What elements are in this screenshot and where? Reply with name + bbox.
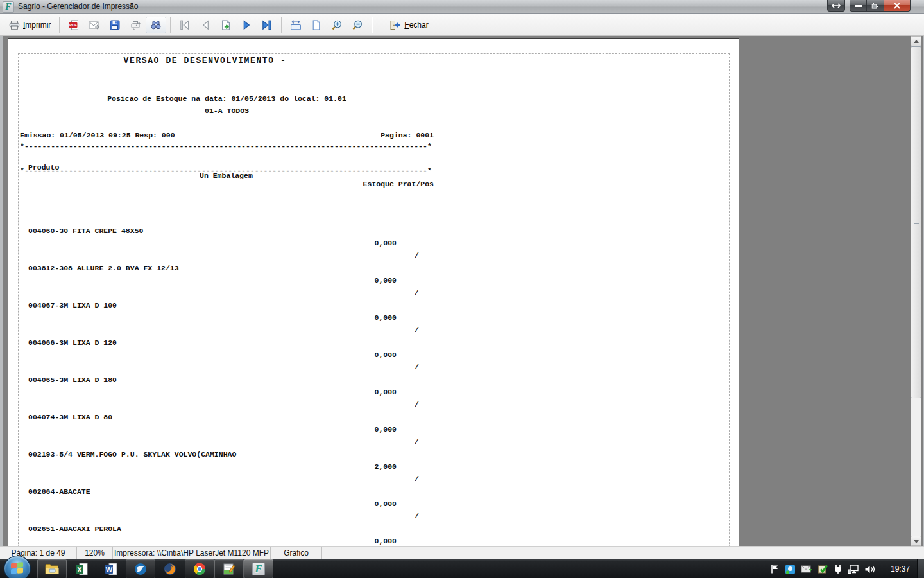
first-page-button[interactable] — [175, 17, 195, 33]
cell-produto: 003812-308 ALLURE 2.0 BVA FX 12/13 — [28, 262, 179, 274]
report-content: VERSAO DE DESENVOLVIMENTO - Posicao de E… — [20, 39, 434, 122]
cell-estoque: 0,000 — [289, 535, 397, 546]
taskbar-clock[interactable]: 19:37 — [880, 565, 916, 574]
report-subtitle: Posicao de Estoque na data: 01/05/2013 d… — [20, 94, 434, 103]
report-page-number: Pagina: 0001 — [381, 131, 434, 139]
report-dev-banner: VERSAO DE DESENVOLVIMENTO - — [8, 56, 412, 66]
taskbar-word-button[interactable]: W — [96, 559, 126, 578]
thunderbird-icon — [134, 563, 147, 575]
double-arrow-icon — [832, 3, 841, 8]
table-row: 004066-3M LIXA D 120 0,000 / — [20, 324, 434, 337]
taskbar-explorer-button[interactable] — [37, 559, 67, 578]
cell-estoque: 0,000 — [289, 237, 397, 249]
cell-produto: 004067-3M LIXA D 100 — [28, 299, 117, 311]
printer-arrow-icon — [130, 20, 141, 30]
down-arrow-icon — [914, 540, 919, 543]
scrollbar-thumb[interactable] — [911, 46, 921, 398]
zoom-out-icon — [352, 20, 363, 30]
table-row: 003812-308 ALLURE 2.0 BVA FX 12/13 0,000… — [20, 250, 434, 262]
cell-estoque: 0,000 — [289, 423, 397, 435]
mail-notification-icon[interactable] — [801, 565, 812, 574]
update-check-icon[interactable] — [817, 564, 828, 574]
taskbar-sagrio-button[interactable]: F — [244, 559, 273, 578]
taskbar-excel-button[interactable]: X — [67, 559, 96, 578]
table-row: 004065-3M LIXA D 180 0,000 / — [20, 362, 434, 374]
show-desktop-button[interactable] — [917, 559, 924, 578]
word-icon: W — [105, 563, 117, 575]
table-row: 004067-3M LIXA D 100 0,000 / — [20, 287, 434, 299]
system-tray: 19:37 — [770, 559, 916, 578]
action-center-flag-icon[interactable] — [770, 564, 780, 574]
previous-page-button[interactable] — [195, 17, 216, 33]
next-page-button[interactable] — [236, 17, 257, 33]
app-window: F Sagrio - Gerenciador de Impressão Impr… — [0, 0, 924, 559]
printer-setup-button[interactable] — [125, 17, 146, 33]
status-zoom: 120% — [77, 547, 113, 559]
cell-produto: 004074-3M LIXA D 80 — [28, 411, 112, 423]
taskbar-firefox-button[interactable] — [155, 559, 185, 578]
window-title: Sagrio - Gerenciador de Impressão — [18, 2, 138, 11]
close-icon — [894, 3, 900, 9]
last-page-icon — [261, 20, 273, 30]
table-row: 004074-3M LIXA D 80 0,000 / — [20, 399, 434, 411]
minimize-icon — [855, 4, 862, 7]
svg-text:PDF: PDF — [69, 23, 77, 27]
messenger-icon[interactable] — [785, 564, 796, 575]
restore-button[interactable] — [867, 0, 884, 12]
zoom-out-button[interactable] — [347, 17, 368, 33]
cell-produto: 002193-5/4 VERM.FOGO P.U. SKYLAK VOLVO(C… — [28, 448, 236, 460]
start-button[interactable] — [4, 556, 31, 578]
taskbar-thunderbird-button[interactable] — [126, 559, 155, 578]
goto-page-button[interactable] — [216, 17, 236, 33]
report-page: VERSAO DE DESENVOLVIMENTO - Posicao de E… — [8, 38, 739, 546]
close-button[interactable] — [884, 0, 911, 12]
svg-text:X: X — [77, 566, 82, 574]
restore-icon — [872, 3, 879, 9]
export-pdf-button[interactable]: PDF — [64, 17, 84, 33]
taskbar-apps: X W — [37, 559, 273, 578]
firefox-icon — [164, 563, 176, 575]
taskbar-chrome-button[interactable] — [185, 559, 214, 578]
scroll-up-button[interactable] — [911, 36, 921, 46]
zoom-in-button[interactable] — [327, 17, 347, 33]
vertical-scrollbar[interactable] — [911, 36, 921, 546]
taskbar-editor-button[interactable] — [214, 559, 244, 578]
printer-icon — [8, 20, 20, 30]
scrollbar-grip — [914, 222, 919, 225]
binoculars-icon — [150, 20, 162, 30]
chrome-icon — [193, 563, 206, 575]
scroll-down-button[interactable] — [911, 536, 921, 546]
toolbar-separator — [372, 17, 372, 33]
volume-icon[interactable] — [864, 565, 875, 574]
save-button[interactable] — [105, 17, 125, 33]
title-bar: F Sagrio - Gerenciador de Impressão — [0, 0, 924, 14]
first-page-icon — [179, 20, 191, 30]
svg-text:W: W — [106, 566, 113, 574]
status-mode: Grafico — [271, 547, 322, 559]
fechar-button[interactable]: Fechar — [385, 17, 432, 33]
full-page-icon — [311, 20, 322, 30]
status-printer: Impressora: \\Cintia\HP LaserJet M1120 M… — [113, 547, 271, 559]
cell-produto: 004066-3M LIXA D 120 — [28, 337, 117, 349]
toolbar-separator — [170, 17, 171, 33]
sagrio-app-icon: F — [252, 563, 265, 575]
up-arrow-icon — [914, 40, 919, 43]
last-page-button[interactable] — [257, 17, 277, 33]
toolbar-separator — [281, 17, 282, 33]
report-emission: Emissao: 01/05/2013 09:25 Resp: 000 — [20, 131, 175, 139]
search-button[interactable] — [146, 17, 166, 33]
imprimir-button[interactable]: Imprimir — [4, 17, 55, 33]
exit-door-icon — [389, 20, 401, 30]
cell-produto: 002651-ABACAXI PEROLA — [28, 523, 121, 535]
report-separator: *---------------------------------------… — [20, 166, 432, 175]
minimize-button[interactable] — [850, 0, 867, 12]
table-row: 002651-ABACAXI PEROLA 0,000 / — [20, 511, 434, 523]
table-row: 004060-30 FITA CREPE 48X50 0,000 / — [20, 213, 434, 225]
power-plug-icon[interactable] — [834, 564, 843, 574]
fit-width-button[interactable] — [286, 17, 306, 33]
resize-width-button[interactable] — [827, 0, 845, 12]
full-page-button[interactable] — [306, 17, 327, 33]
network-icon[interactable] — [848, 564, 859, 574]
send-email-button[interactable] — [84, 17, 105, 33]
cell-produto: 004065-3M LIXA D 180 — [28, 374, 117, 386]
